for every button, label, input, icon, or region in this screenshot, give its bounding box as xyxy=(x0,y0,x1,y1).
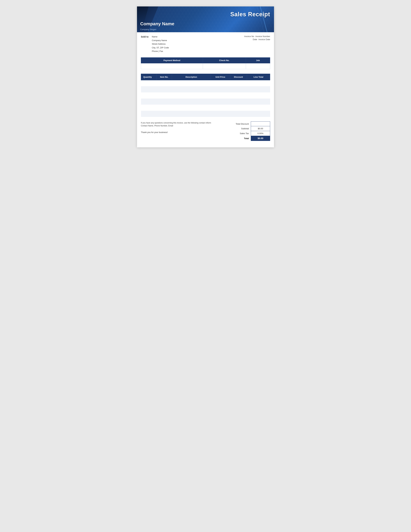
table-cell[interactable] xyxy=(211,92,230,98)
table-cell[interactable] xyxy=(230,105,247,111)
payment-row xyxy=(141,63,270,69)
table-cell[interactable] xyxy=(141,92,157,98)
receipt-title: Sales Receipt xyxy=(230,11,270,18)
table-cell[interactable] xyxy=(157,80,172,86)
check-no-header: Check No. xyxy=(203,57,246,63)
table-cell[interactable] xyxy=(157,86,172,92)
table-cell[interactable] xyxy=(172,86,211,92)
header-background xyxy=(137,6,274,32)
table-cell[interactable] xyxy=(247,86,270,92)
table-cell[interactable] xyxy=(230,92,247,98)
subtotal-label: Subtotal xyxy=(228,126,251,131)
table-cell[interactable] xyxy=(141,98,157,105)
table-row xyxy=(141,105,270,111)
totals-table: Total Discount Subtotal $0.00 Sales Tax … xyxy=(228,121,270,141)
line-total-header: Line Total xyxy=(247,74,270,80)
table-cell[interactable] xyxy=(230,86,247,92)
totals-area: Total Discount Subtotal $0.00 Sales Tax … xyxy=(228,121,270,141)
invoice-no-value: Invoice Number xyxy=(255,35,270,38)
table-cell[interactable] xyxy=(157,111,172,117)
subtotal-value[interactable]: $0.00 xyxy=(251,126,270,131)
total-value[interactable]: $0.00 xyxy=(251,136,270,141)
job-header: Job xyxy=(246,57,270,63)
table-cell[interactable] xyxy=(172,98,211,105)
table-cell[interactable] xyxy=(247,98,270,105)
table-cell[interactable] xyxy=(157,92,172,98)
table-cell[interactable] xyxy=(211,105,230,111)
customer-name: Name xyxy=(152,35,169,38)
table-row xyxy=(141,86,270,92)
invoice-date-row: Date Invoice Date xyxy=(253,38,270,41)
customer-company: Company Name xyxy=(152,39,169,42)
tax-label: Sales Tax xyxy=(228,131,251,136)
invoice-no-row: Invoice No Invoice Number xyxy=(244,35,270,38)
table-cell[interactable] xyxy=(141,111,157,117)
items-table: Quantity Item No. Description Unit Price… xyxy=(141,74,270,117)
table-cell[interactable] xyxy=(157,98,172,105)
table-cell[interactable] xyxy=(247,92,270,98)
sales-receipt-page: Sales Receipt Company Name Company Sloga… xyxy=(137,6,274,147)
header: Sales Receipt Company Name Company Sloga… xyxy=(137,6,274,32)
company-name: Company Name xyxy=(140,21,174,27)
tax-row: Sales Tax 0.00% xyxy=(228,131,270,136)
table-cell[interactable] xyxy=(141,80,157,86)
quantity-header: Quantity xyxy=(141,74,157,80)
table-cell[interactable] xyxy=(211,111,230,117)
customer-phone: Phone | Fax xyxy=(152,50,169,53)
customer-street: Street Address xyxy=(152,42,169,46)
customer-city: City, ST, ZIP Code xyxy=(152,46,169,49)
sold-to-details: Name Company Name Street Address City, S… xyxy=(152,35,169,53)
thank-you-text: Thank you for your business! xyxy=(141,131,211,134)
contact-info-text: If you have any questions concerning thi… xyxy=(141,121,211,127)
table-cell[interactable] xyxy=(230,111,247,117)
payment-table: Payment Method Check No. Job xyxy=(141,57,270,69)
table-cell[interactable] xyxy=(172,80,211,86)
bottom-section: If you have any questions concerning thi… xyxy=(137,118,274,141)
table-cell[interactable] xyxy=(211,98,230,105)
table-cell[interactable] xyxy=(247,111,270,117)
discount-value[interactable] xyxy=(251,122,270,126)
table-cell[interactable] xyxy=(141,105,157,111)
payment-method-header: Payment Method xyxy=(141,57,203,63)
description-header: Description xyxy=(172,74,211,80)
table-row xyxy=(141,111,270,117)
table-cell[interactable] xyxy=(247,80,270,86)
table-cell[interactable] xyxy=(157,105,172,111)
footer-left: If you have any questions concerning thi… xyxy=(141,121,211,141)
table-cell[interactable] xyxy=(211,80,230,86)
job-cell[interactable] xyxy=(246,63,270,69)
discount-label: Total Discount xyxy=(228,122,251,126)
invoice-meta: Invoice No Invoice Number Date Invoice D… xyxy=(244,35,270,53)
table-cell[interactable] xyxy=(211,86,230,92)
table-row xyxy=(141,80,270,86)
discount-row: Total Discount xyxy=(228,122,270,126)
table-cell[interactable] xyxy=(141,86,157,92)
payment-table-wrapper: Payment Method Check No. Job xyxy=(137,55,274,71)
table-row xyxy=(141,98,270,105)
invoice-date-value: Invoice Date xyxy=(259,38,270,41)
item-no-header: Item No. xyxy=(157,74,172,80)
sold-to-section: Sold to Name Company Name Street Address… xyxy=(137,32,274,55)
sold-to-left: Sold to Name Company Name Street Address… xyxy=(141,35,169,53)
invoice-no-label: Invoice No xyxy=(244,35,254,38)
table-row xyxy=(141,92,270,98)
items-table-wrapper: Quantity Item No. Description Unit Price… xyxy=(137,71,274,119)
tax-value[interactable]: 0.00% xyxy=(251,131,270,136)
discount-header: Discount xyxy=(230,74,247,80)
company-slogan: Company Slogan xyxy=(140,28,156,31)
sold-to-label: Sold to xyxy=(141,35,149,53)
table-cell[interactable] xyxy=(172,105,211,111)
payment-method-cell[interactable] xyxy=(141,63,203,69)
total-row: Total $0.00 xyxy=(228,136,270,141)
table-cell[interactable] xyxy=(230,80,247,86)
total-label: Total xyxy=(228,136,251,141)
table-cell[interactable] xyxy=(172,111,211,117)
check-no-cell[interactable] xyxy=(203,63,246,69)
subtotal-row: Subtotal $0.00 xyxy=(228,126,270,131)
unit-price-header: Unit Price xyxy=(211,74,230,80)
table-cell[interactable] xyxy=(247,105,270,111)
table-cell[interactable] xyxy=(172,92,211,98)
invoice-date-label: Date xyxy=(253,38,257,41)
table-cell[interactable] xyxy=(230,98,247,105)
